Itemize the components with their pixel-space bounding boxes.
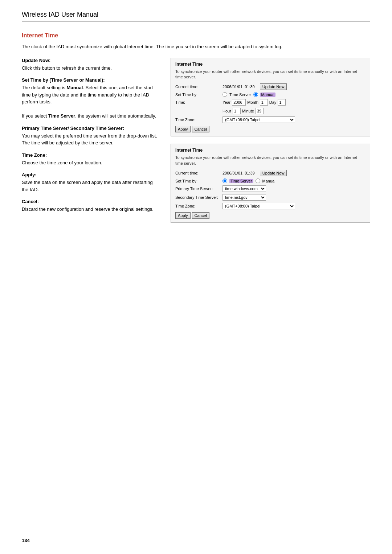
panel-ts-current-time-label: Current time: — [175, 171, 222, 175]
field-cancel-label: Cancel: — [22, 199, 160, 204]
panel-manual-month-label: Month — [247, 100, 258, 104]
field-apply: Apply: Save the data on the screen and a… — [22, 172, 160, 193]
panel-ts-timezone-row: Time Zone: (GMT+08:00) Taipei — [175, 203, 366, 209]
panel-ts-current-time-value: 2006/01/01, 01:39 — [222, 171, 255, 175]
panel-ts-apply-btn[interactable]: Apply — [175, 212, 191, 219]
page-header-title: Wireless IAD User Manual — [22, 11, 98, 18]
panel-manual-minute-input[interactable] — [256, 108, 264, 114]
panel-manual-desc: To synchronize your router with other ne… — [175, 69, 366, 80]
panel-manual-time-content2: Hour Minute — [222, 108, 264, 114]
panel-manual-set-time-by-label: Set Time by: — [175, 93, 222, 97]
field-set-time-by: Set Time by (Time Server or Manual): The… — [22, 77, 160, 120]
panel-manual-radio-group: Time Server Manual — [222, 92, 275, 97]
panel-manual-actions: Apply Cancel — [175, 126, 366, 132]
panel-ts-actions: Apply Cancel — [175, 212, 366, 219]
panel-manual-day-input[interactable] — [278, 99, 286, 106]
intro-text: The clock of the IAD must synchronize wi… — [22, 43, 370, 50]
panel-ts-secondary-row: Secondary Time Server: time.nist.gov — [175, 194, 366, 201]
panel-manual-hour-label: Hour — [222, 109, 231, 113]
panel-ts-primary-content: time.windows.com — [222, 185, 266, 192]
panel-manual-current-time-content: 2006/01/01, 01:39 Update Now — [222, 83, 287, 90]
field-update-now: Update Now: Click this button to refresh… — [22, 58, 160, 72]
panel-ts-radio-manual[interactable] — [256, 178, 260, 183]
panel-ts-timezone-select[interactable]: (GMT+08:00) Taipei — [222, 203, 295, 209]
panel-manual-set-time-by-row: Set Time by: Time Server Manual — [175, 92, 366, 97]
panel-timeserver-desc: To synchronize your router with other ne… — [175, 155, 366, 166]
field-time-zone-text: Choose the time zone of your location. — [22, 159, 160, 167]
field-update-now-text: Click this button to refresh the current… — [22, 65, 160, 72]
panel-manual-year-label: Year — [222, 100, 230, 104]
content-area: Update Now: Click this button to refresh… — [22, 58, 370, 230]
panel-manual-timezone-row: Time Zone: (GMT+08:00) Taipei — [175, 116, 366, 123]
panel-manual-timezone-label: Time Zone: — [175, 118, 222, 122]
panel-manual-hour-input[interactable] — [233, 108, 241, 114]
panel-manual-month-input[interactable] — [260, 99, 268, 106]
panel-ts-current-time-row: Current time: 2006/01/01, 01:39 Update N… — [175, 170, 366, 176]
panel-manual-apply-btn[interactable]: Apply — [175, 126, 191, 132]
panel-manual-timezone-content: (GMT+08:00) Taipei — [222, 116, 295, 123]
panel-ts-current-time-content: 2006/01/01, 01:39 Update Now — [222, 170, 287, 176]
field-set-time-by-label: Set Time by (Time Server or Manual): — [22, 77, 160, 83]
panel-manual-radio-manual[interactable] — [253, 92, 258, 97]
panel-manual-minute-label: Minute — [242, 109, 254, 113]
panel-manual-current-time-row: Current time: 2006/01/01, 01:39 Update N… — [175, 83, 366, 90]
field-primary-server-text: You may select the preferred time server… — [22, 132, 160, 147]
panel-manual-radio-timeserver-label: Time Server — [229, 93, 251, 97]
field-primary-server-label: Primary Time Server/ Secondary Time Serv… — [22, 126, 160, 131]
panel-manual-radio-timeserver[interactable] — [222, 92, 227, 97]
panel-ts-secondary-label: Secondary Time Server: — [175, 195, 222, 200]
right-col: Internet Time To synchronize your router… — [171, 58, 370, 230]
panel-timeserver: Internet Time To synchronize your router… — [171, 144, 370, 223]
field-time-zone-label: Time Zone: — [22, 152, 160, 158]
panel-manual-time-label: Time: — [175, 100, 222, 104]
panel-ts-radio-group: Time Server Manual — [222, 178, 275, 183]
panel-manual-update-now-btn[interactable]: Update Now — [260, 83, 287, 90]
field-cancel: Cancel: Discard the new configuration an… — [22, 199, 160, 213]
panel-manual-year-input[interactable] — [232, 99, 246, 106]
panel-ts-update-now-btn[interactable]: Update Now — [260, 170, 287, 176]
panel-ts-timezone-content: (GMT+08:00) Taipei — [222, 203, 295, 209]
panel-manual-time-content: Year Month Day — [222, 99, 286, 106]
field-update-now-label: Update Now: — [22, 58, 160, 63]
panel-ts-primary-label: Primary Time Server: — [175, 186, 222, 191]
field-set-time-by-text: The default setting is Manual. Select th… — [22, 84, 160, 120]
section-title: Internet Time — [22, 32, 370, 39]
panel-manual-timezone-select[interactable]: (GMT+08:00) Taipei — [222, 116, 295, 123]
panel-ts-primary-row: Primary Time Server: time.windows.com — [175, 185, 366, 192]
panel-manual-current-time-label: Current time: — [175, 85, 222, 89]
panel-ts-set-time-by-row: Set Time by: Time Server Manual — [175, 178, 366, 183]
panel-manual-current-time-value: 2006/01/01, 01:39 — [222, 85, 255, 89]
panel-ts-radio-timeserver[interactable] — [222, 178, 227, 183]
field-cancel-text: Discard the new configuration and reserv… — [22, 206, 160, 213]
panel-ts-secondary-content: time.nist.gov — [222, 194, 266, 201]
panel-ts-radio-manual-label: Manual — [262, 179, 275, 183]
field-primary-server: Primary Time Server/ Secondary Time Serv… — [22, 126, 160, 147]
panel-manual-day-label: Day — [269, 100, 277, 104]
panel-timeserver-title: Internet Time — [175, 148, 366, 153]
field-time-zone: Time Zone: Choose the time zone of your … — [22, 152, 160, 167]
panel-manual-title: Internet Time — [175, 62, 366, 67]
page-header: Wireless IAD User Manual — [22, 11, 370, 21]
panel-ts-timezone-label: Time Zone: — [175, 204, 222, 208]
field-apply-text: Save the data on the screen and apply th… — [22, 179, 160, 193]
page-number: 134 — [22, 538, 30, 543]
panel-manual: Internet Time To synchronize your router… — [171, 58, 370, 137]
panel-manual-time-row: Time: Year Month Day — [175, 99, 366, 106]
panel-ts-radio-timeserver-label: Time Server — [229, 179, 253, 183]
field-apply-label: Apply: — [22, 172, 160, 177]
panel-ts-primary-select[interactable]: time.windows.com — [222, 185, 266, 192]
panel-manual-radio-manual-label: Manual — [260, 93, 275, 97]
left-col: Update Now: Click this button to refresh… — [22, 58, 160, 219]
panel-manual-time-row2: Hour Minute — [175, 108, 366, 114]
panel-ts-set-time-by-label: Set Time by: — [175, 179, 222, 183]
panel-manual-cancel-btn[interactable]: Cancel — [192, 126, 209, 132]
panel-ts-cancel-btn[interactable]: Cancel — [192, 212, 209, 219]
panel-ts-secondary-select[interactable]: time.nist.gov — [222, 194, 266, 201]
